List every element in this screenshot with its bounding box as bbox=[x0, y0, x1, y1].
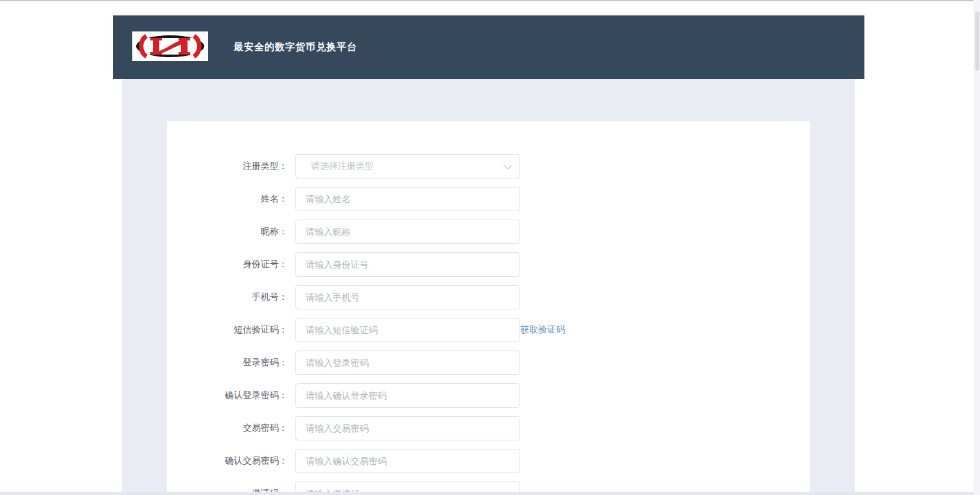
real-name-control bbox=[295, 187, 520, 211]
top-border-line bbox=[0, 0, 980, 1]
confirm-trade-password-label: 确认交易密码： bbox=[167, 455, 295, 467]
id-number-label: 身份证号： bbox=[167, 259, 295, 270]
vertical-scrollbar[interactable] bbox=[974, 0, 980, 495]
trade-password-control bbox=[295, 416, 520, 440]
register-type-label: 注册类型： bbox=[167, 161, 295, 172]
trade-password-input[interactable] bbox=[295, 416, 520, 440]
phone-number-label: 手机号： bbox=[167, 291, 295, 303]
form-row-nickname: 昵称： bbox=[167, 220, 810, 244]
register-form-card: 注册类型：请选择注册类型姓名：昵称：身份证号：手机号：短信验证码：获取验证码登录… bbox=[167, 121, 810, 495]
horizontal-scrollbar[interactable] bbox=[0, 492, 980, 495]
nickname-input[interactable] bbox=[295, 220, 520, 244]
brand-logo[interactable] bbox=[132, 31, 208, 61]
register-type-select-placeholder: 请选择注册类型 bbox=[311, 161, 374, 172]
form-row-register-type: 注册类型：请选择注册类型 bbox=[167, 154, 810, 178]
form-row-confirm-trade-password: 确认交易密码： bbox=[167, 449, 810, 473]
sms-code-label: 短信验证码： bbox=[167, 324, 295, 336]
confirm-login-password-control bbox=[295, 383, 520, 408]
confirm-login-password-label: 确认登录密码： bbox=[167, 390, 295, 401]
confirm-trade-password-input[interactable] bbox=[295, 449, 520, 473]
phone-number-control bbox=[295, 285, 520, 309]
real-name-label: 姓名： bbox=[167, 193, 295, 205]
form-row-sms-code: 短信验证码：获取验证码 bbox=[167, 318, 810, 342]
sms-code-input[interactable] bbox=[295, 318, 520, 342]
form-row-confirm-login-password: 确认登录密码： bbox=[167, 383, 810, 408]
get-sms-code-link[interactable]: 获取验证码 bbox=[520, 324, 565, 336]
id-number-control bbox=[295, 252, 520, 277]
confirm-trade-password-control bbox=[295, 449, 520, 473]
app-header: 最安全的数字货币兑换平台 bbox=[113, 15, 864, 79]
register-type-control: 请选择注册类型 bbox=[295, 154, 520, 178]
confirm-login-password-input[interactable] bbox=[295, 383, 520, 408]
form-row-real-name: 姓名： bbox=[167, 187, 810, 211]
phone-number-input[interactable] bbox=[295, 285, 520, 309]
content-area: 注册类型：请选择注册类型姓名：昵称：身份证号：手机号：短信验证码：获取验证码登录… bbox=[122, 79, 855, 495]
form-row-login-password: 登录密码： bbox=[167, 351, 810, 375]
register-form: 注册类型：请选择注册类型姓名：昵称：身份证号：手机号：短信验证码：获取验证码登录… bbox=[167, 121, 810, 495]
nickname-control bbox=[295, 220, 520, 244]
sms-code-control bbox=[295, 318, 520, 342]
real-name-input[interactable] bbox=[295, 187, 520, 211]
login-password-label: 登录密码： bbox=[167, 357, 295, 369]
register-type-select[interactable]: 请选择注册类型 bbox=[295, 154, 520, 178]
header-tagline: 最安全的数字货币兑换平台 bbox=[234, 15, 357, 79]
form-row-id-number: 身份证号： bbox=[167, 252, 810, 277]
form-row-phone-number: 手机号： bbox=[167, 285, 810, 309]
login-password-control bbox=[295, 351, 520, 375]
brand-logo-icon bbox=[132, 32, 208, 60]
id-number-input[interactable] bbox=[295, 252, 520, 277]
nickname-label: 昵称： bbox=[167, 226, 295, 238]
vertical-scrollbar-thumb[interactable] bbox=[975, 12, 979, 71]
login-password-input[interactable] bbox=[295, 351, 520, 375]
form-row-trade-password: 交易密码： bbox=[167, 416, 810, 440]
trade-password-label: 交易密码： bbox=[167, 422, 295, 434]
